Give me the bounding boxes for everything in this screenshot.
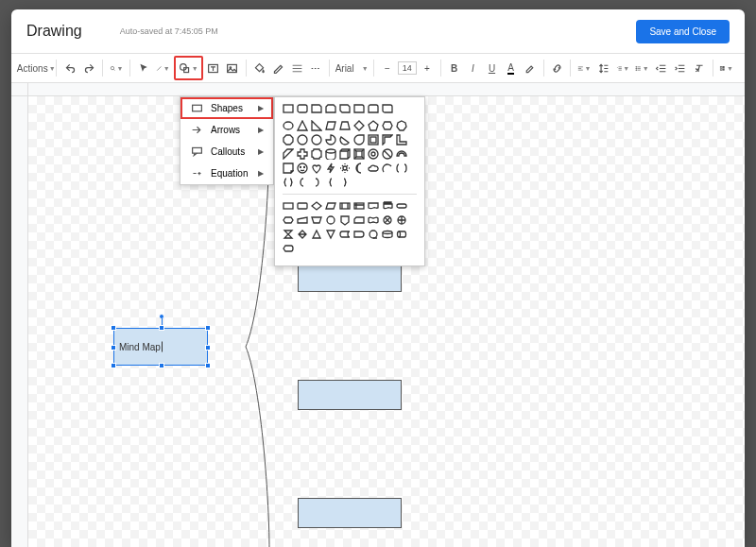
shape-block-arc[interactable] xyxy=(396,148,407,160)
shape-no-symbol[interactable] xyxy=(382,148,393,160)
resize-handle-w[interactable] xyxy=(111,345,116,350)
menu-item-shapes[interactable]: Shapes ▶ xyxy=(180,97,273,119)
shape-triangle[interactable] xyxy=(297,120,308,131)
shape-diag-stripe[interactable] xyxy=(283,148,294,160)
shape-plaque[interactable] xyxy=(311,148,322,160)
resize-handle-n[interactable] xyxy=(159,325,164,331)
shape-cube[interactable] xyxy=(339,148,351,160)
bold-button[interactable]: B xyxy=(446,59,463,77)
resize-handle-s[interactable] xyxy=(159,363,164,368)
indent-increase-button[interactable] xyxy=(672,59,689,77)
shape-right-triangle[interactable] xyxy=(311,120,322,131)
flowchart-display[interactable] xyxy=(283,243,294,254)
image-tool[interactable] xyxy=(224,59,241,77)
shape-right-bracket[interactable] xyxy=(311,177,322,188)
font-size-increase[interactable]: + xyxy=(419,59,436,77)
flowchart-junction[interactable] xyxy=(382,214,393,226)
shape-left-bracket[interactable] xyxy=(297,177,308,188)
shape-snip-rect[interactable] xyxy=(311,103,322,114)
menu-item-arrows[interactable]: Arrows ▶ xyxy=(180,119,273,141)
shape-rectangle[interactable] xyxy=(283,103,294,114)
italic-button[interactable]: I xyxy=(465,59,482,77)
flowchart-preparation[interactable] xyxy=(283,214,294,226)
shape-bracket-pair[interactable] xyxy=(396,162,407,174)
flowchart-or[interactable] xyxy=(396,214,407,226)
shape-oval[interactable] xyxy=(283,120,294,131)
shape-right-brace[interactable] xyxy=(339,177,351,188)
shape-rect-2[interactable] xyxy=(298,380,402,410)
flowchart-seq-access[interactable] xyxy=(368,229,379,240)
underline-button[interactable]: U xyxy=(484,59,501,77)
shape-heptagon[interactable] xyxy=(396,120,407,131)
flowchart-document[interactable] xyxy=(368,200,379,212)
indent-decrease-button[interactable] xyxy=(653,59,670,77)
drawing-canvas[interactable]: Mind Map Shapes ▶ xyxy=(28,96,745,547)
flowchart-merge[interactable] xyxy=(325,229,336,240)
flowchart-delay[interactable] xyxy=(353,229,365,240)
shape-rounded-rect[interactable] xyxy=(297,103,308,114)
flowchart-internal-storage[interactable] xyxy=(353,200,365,212)
font-size-input[interactable]: 14 xyxy=(398,61,417,75)
flowchart-manual-input[interactable] xyxy=(297,214,308,226)
resize-handle-ne[interactable] xyxy=(205,325,211,331)
shape-pie[interactable] xyxy=(325,134,336,145)
flowchart-card[interactable] xyxy=(353,214,365,226)
zoom-button[interactable]: ▼ xyxy=(108,59,126,77)
shape-cross[interactable] xyxy=(297,148,308,160)
resize-handle-sw[interactable] xyxy=(111,363,116,368)
shape-diamond[interactable] xyxy=(353,120,365,131)
shape-mind-map[interactable]: Mind Map xyxy=(113,328,208,366)
shape-round1-rect[interactable] xyxy=(353,103,365,114)
ruler-horizontal[interactable] xyxy=(28,83,745,96)
flowchart-offpage[interactable] xyxy=(339,214,351,226)
shape-octagon[interactable] xyxy=(283,134,294,145)
flowchart-manual-op[interactable] xyxy=(311,214,322,226)
format-options-button[interactable]: ▼ xyxy=(717,59,735,77)
shape-folded-corner[interactable] xyxy=(283,162,294,174)
shape-moon[interactable] xyxy=(353,162,365,174)
textbox-tool[interactable] xyxy=(205,59,222,77)
shape-arc[interactable] xyxy=(382,162,393,174)
shape-smiley[interactable] xyxy=(297,162,308,174)
resize-handle-se[interactable] xyxy=(205,363,211,368)
shape-sun[interactable] xyxy=(339,162,351,174)
flowchart-alt-process[interactable] xyxy=(297,200,308,212)
shape-tool[interactable]: ▼ xyxy=(177,59,200,77)
shape-bevel[interactable] xyxy=(353,148,365,160)
menu-item-equation[interactable]: Equation ▶ xyxy=(180,162,273,184)
shape-round2-rect[interactable] xyxy=(368,103,379,114)
flowchart-data[interactable] xyxy=(325,200,336,212)
clear-formatting-button[interactable] xyxy=(691,59,708,77)
flowchart-process[interactable] xyxy=(283,200,294,212)
shape-frame[interactable] xyxy=(368,134,379,145)
shape-brace-pair[interactable] xyxy=(283,177,294,188)
flowchart-collate[interactable] xyxy=(283,229,294,240)
numbered-list-button[interactable]: 1▼ xyxy=(614,59,632,77)
undo-button[interactable] xyxy=(61,59,78,77)
resize-handle-nw[interactable] xyxy=(111,325,116,331)
shape-hexagon[interactable] xyxy=(382,120,393,131)
shape-chord[interactable] xyxy=(339,134,351,145)
shape-trapezoid[interactable] xyxy=(339,120,351,131)
shape-snip-diag[interactable] xyxy=(339,103,351,114)
flowchart-multidoc[interactable] xyxy=(382,200,393,212)
shape-can[interactable] xyxy=(325,148,336,160)
shape-parallelogram[interactable] xyxy=(325,120,336,131)
line-tool[interactable]: ▼ xyxy=(154,59,172,77)
shape-rect-3[interactable] xyxy=(298,498,402,528)
shape-teardrop[interactable] xyxy=(353,134,365,145)
text-color-button[interactable]: A xyxy=(503,59,520,77)
flowchart-terminator[interactable] xyxy=(396,200,407,212)
shape-heart[interactable] xyxy=(311,162,322,174)
select-tool[interactable] xyxy=(135,59,152,77)
resize-handle-e[interactable] xyxy=(205,345,211,350)
shape-left-brace[interactable] xyxy=(325,177,336,188)
shape-donut[interactable] xyxy=(368,148,379,160)
menu-item-callouts[interactable]: Callouts ▶ xyxy=(180,141,273,162)
bulleted-list-button[interactable]: ▼ xyxy=(633,59,651,77)
align-button[interactable]: ▼ xyxy=(576,59,593,77)
highlight-color-button[interactable] xyxy=(522,59,539,77)
ruler-vertical[interactable] xyxy=(11,96,28,547)
flowchart-tape[interactable] xyxy=(368,214,379,226)
border-dash-button[interactable] xyxy=(307,59,324,77)
